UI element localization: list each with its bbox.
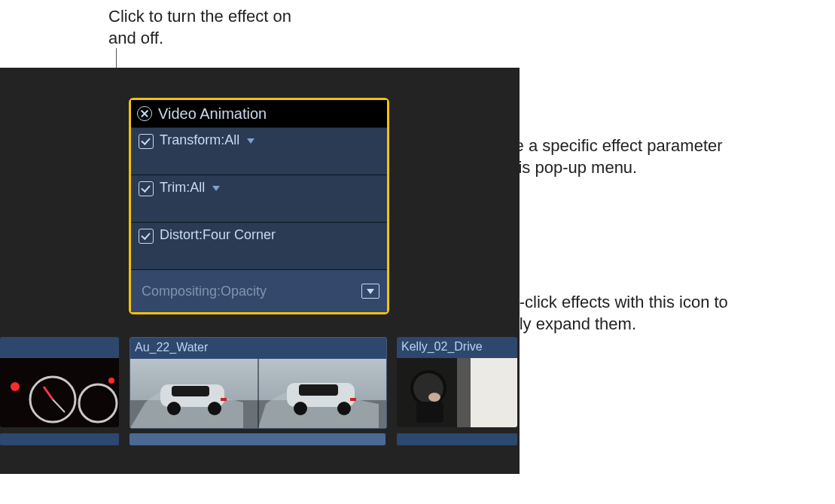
effect-enable-checkbox[interactable] (139, 134, 154, 149)
expand-icon[interactable] (361, 284, 379, 299)
panel-header: Video Animation (131, 100, 387, 127)
video-animation-panel: Video Animation Transform:All Trim:All D… (129, 98, 389, 314)
audio-band (0, 433, 119, 445)
svg-point-28 (428, 393, 440, 402)
svg-point-3 (11, 382, 20, 391)
timeline: Au_22_Water (0, 337, 520, 472)
effect-row-distort[interactable]: Distort:Four Corner (131, 222, 387, 269)
audio-band (397, 433, 517, 445)
panel-title: Video Animation (158, 105, 267, 123)
svg-point-19 (337, 402, 351, 415)
svg-point-4 (108, 378, 114, 384)
svg-rect-24 (457, 358, 471, 427)
svg-rect-27 (416, 402, 443, 423)
effect-label: Distort:Four Corner (160, 227, 276, 243)
svg-rect-10 (172, 386, 209, 396)
effect-label: Compositing:Opacity (142, 284, 267, 299)
timeline-clip[interactable]: Kelly_02_Drive (397, 337, 517, 427)
audio-band (130, 433, 386, 445)
timeline-clip-selected[interactable]: Au_22_Water (130, 337, 387, 429)
clip-name-label: Kelly_02_Drive (401, 340, 483, 354)
svg-rect-0 (0, 358, 119, 427)
callout-toggle-effect: Click to turn the effect on and off. (108, 6, 304, 49)
timeline-clip[interactable] (0, 337, 119, 427)
clip-name-label: Au_22_Water (135, 341, 208, 354)
chevron-down-icon[interactable] (212, 186, 220, 191)
effect-enable-checkbox[interactable] (139, 229, 154, 244)
svg-rect-13 (221, 398, 227, 401)
effect-row-trim[interactable]: Trim:All (131, 175, 387, 222)
effect-enable-checkbox[interactable] (139, 181, 154, 196)
svg-rect-20 (350, 398, 356, 401)
chevron-down-icon[interactable] (247, 138, 254, 144)
clip-thumbnail (130, 359, 386, 428)
svg-rect-23 (465, 358, 517, 427)
close-icon[interactable] (137, 106, 152, 121)
effect-row-transform[interactable]: Transform:All (131, 127, 387, 175)
effect-label: Trim:All (160, 180, 205, 196)
effect-label: Transform:All (160, 132, 239, 148)
svg-point-12 (208, 402, 221, 415)
svg-point-11 (167, 402, 181, 415)
svg-rect-17 (299, 384, 338, 396)
clip-thumbnail (0, 358, 119, 427)
effect-row-compositing[interactable]: Compositing:Opacity (131, 269, 387, 312)
clip-thumbnail (397, 358, 517, 427)
svg-point-18 (294, 402, 307, 415)
